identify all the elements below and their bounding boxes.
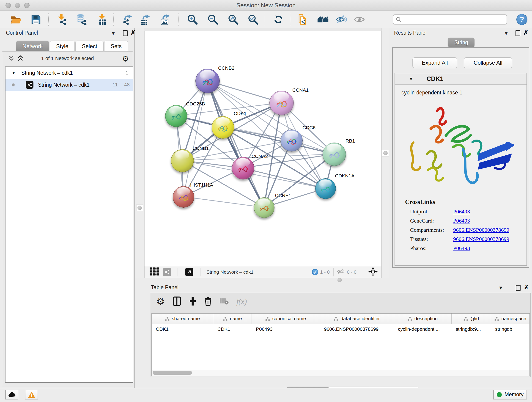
crosslink-link-tissues[interactable]: 9606.ENSP00000378699 xyxy=(453,236,509,242)
table-panel-splitter[interactable] xyxy=(135,278,532,283)
import-network-icon[interactable] xyxy=(56,13,67,26)
crosslink-link-uniprot[interactable]: P06493 xyxy=(453,209,470,215)
section-expander-icon[interactable]: ▼ xyxy=(409,76,413,82)
left-panel-splitter[interactable] xyxy=(135,28,145,278)
column-header-database-identifier[interactable]: database identifier xyxy=(320,313,394,324)
zoom-in-icon[interactable] xyxy=(187,13,198,26)
expand-all-button[interactable]: Expand All xyxy=(412,57,457,68)
network-badge-icon[interactable] xyxy=(163,268,171,276)
export-network-icon[interactable] xyxy=(122,13,133,26)
network-node-rb1[interactable] xyxy=(323,143,346,166)
refresh-icon[interactable] xyxy=(273,13,284,26)
export-image-icon[interactable] xyxy=(160,13,171,26)
save-session-icon[interactable] xyxy=(30,13,42,26)
column-header-id[interactable]: @id xyxy=(452,313,491,324)
home-networks-icon[interactable] xyxy=(317,13,329,26)
network-tab-body: 1 of 1 Network selected ⚙ ▼ String Netwo… xyxy=(2,51,133,386)
selected-counts: 1 - 0 xyxy=(320,269,330,275)
network-options-gear-icon[interactable]: ⚙ xyxy=(122,54,129,63)
collection-expander-icon[interactable]: ▼ xyxy=(12,70,16,75)
right-panel-splitter[interactable] xyxy=(381,28,389,278)
panel-float-icon[interactable] xyxy=(123,30,128,36)
gene-section-header[interactable]: ▼ CDK1 xyxy=(395,73,526,85)
column-header-namespace[interactable]: namespace xyxy=(491,313,530,324)
import-table-icon[interactable] xyxy=(96,13,108,26)
table-row[interactable]: CDK1CDK1P064939606.ENSP00000378699cyclin… xyxy=(152,324,530,334)
zoom-selected-icon[interactable] xyxy=(247,13,259,26)
hide-selected-icon[interactable] xyxy=(336,13,347,26)
network-node-ccne1[interactable] xyxy=(254,197,274,218)
network-collection-row[interactable]: ▼ String Network – cdk1 1 xyxy=(6,67,133,79)
cloud-status-button[interactable] xyxy=(5,390,18,400)
memory-button[interactable]: Memory xyxy=(493,390,527,400)
panel-close-icon[interactable]: ✗ xyxy=(523,30,528,35)
birds-eye-view-icon[interactable] xyxy=(368,267,378,277)
search-box[interactable] xyxy=(393,14,507,25)
column-header-canonical-name[interactable]: canonical name xyxy=(252,313,320,324)
table-cell-shared-name[interactable]: CDK1 xyxy=(152,324,213,334)
table-options-gear-icon[interactable]: ⚙ xyxy=(156,297,165,307)
crosslink-link-compartments[interactable]: 9606.ENSP00000378699 xyxy=(453,227,509,233)
network-node-cdkn1a[interactable] xyxy=(315,178,336,199)
search-input[interactable] xyxy=(404,16,504,23)
splitter-grip[interactable] xyxy=(336,277,343,283)
column-header-name[interactable]: name xyxy=(213,313,252,324)
main-toolbar: ? xyxy=(0,11,532,28)
open-session-icon[interactable] xyxy=(10,13,22,26)
network-tree: ▼ String Network – cdk1 1 String Network… xyxy=(5,66,133,383)
control-panel-tabs: NetworkStyleSelectSets xyxy=(16,41,129,51)
network-canvas[interactable]: CCNB2CCNA1CDC25BCDK1CDC6RB1CCNB1CCNA2CDK… xyxy=(144,31,381,266)
panel-close-icon[interactable]: ✗ xyxy=(524,284,529,290)
control-tab-style[interactable]: Style xyxy=(50,41,75,51)
export-table-icon[interactable] xyxy=(140,13,151,26)
panel-float-icon[interactable] xyxy=(515,30,520,36)
selected-nodes-checkbox[interactable] xyxy=(312,269,318,275)
table-cell-description[interactable]: cyclin-dependent ... xyxy=(394,324,452,334)
protein-thumbnail xyxy=(235,162,251,176)
network-node-cdc6[interactable] xyxy=(281,129,303,152)
zoom-out-icon[interactable] xyxy=(207,13,219,26)
table-cell-name[interactable]: CDK1 xyxy=(213,324,252,334)
panel-float-icon[interactable] xyxy=(516,285,520,291)
splitter-grip[interactable] xyxy=(382,150,389,157)
show-columns-icon[interactable] xyxy=(173,296,181,307)
network-node-hist1h1a[interactable] xyxy=(173,186,194,208)
add-column-icon[interactable] xyxy=(189,296,196,307)
table-cell-namespace[interactable]: stringdb xyxy=(491,324,530,334)
network-row-selected[interactable]: String Network – cdk1 11 48 xyxy=(6,79,133,91)
collapse-all-button[interactable]: Collapse All xyxy=(464,57,512,68)
zoom-fit-icon[interactable] xyxy=(228,13,239,26)
network-node-ccnb2[interactable] xyxy=(196,69,220,93)
control-tab-select[interactable]: Select xyxy=(75,41,104,51)
network-node-cdk1[interactable] xyxy=(212,116,234,139)
grid-view-icon[interactable] xyxy=(149,267,160,277)
control-tab-network[interactable]: Network xyxy=(16,41,49,51)
network-node-ccnb1[interactable] xyxy=(171,149,194,172)
panel-collapse-icon[interactable]: ▾ xyxy=(112,31,115,35)
splitter-grip[interactable] xyxy=(136,204,143,211)
delete-column-icon[interactable] xyxy=(204,296,212,307)
column-header-shared-name[interactable]: shared name xyxy=(152,313,213,324)
panel-collapse-icon[interactable]: ▾ xyxy=(505,31,508,35)
title-bar: Session: New Session xyxy=(0,0,532,11)
crosslink-link-genecard[interactable]: P06493 xyxy=(453,218,470,224)
column-header-description[interactable]: description xyxy=(394,313,452,324)
string-document-icon[interactable] xyxy=(297,13,309,26)
tab-string[interactable]: String xyxy=(448,38,475,47)
table-cell-id[interactable]: stringdb:9... xyxy=(452,324,491,334)
help-button[interactable]: ? xyxy=(516,14,527,25)
network-node-cdc25b[interactable] xyxy=(165,105,187,127)
panel-collapse-icon[interactable]: ▾ xyxy=(499,285,502,290)
table-horizontal-scrollbar[interactable] xyxy=(152,370,529,376)
table-cell-database-identifier[interactable]: 9606.ENSP00000378699 xyxy=(320,324,394,334)
scrollbar-thumb[interactable] xyxy=(152,371,192,375)
crosslink-link-pharos[interactable]: P06493 xyxy=(453,245,470,251)
network-node-ccna2[interactable] xyxy=(232,157,254,179)
table-cell-canonical-name[interactable]: P06493 xyxy=(252,324,320,334)
open-external-icon[interactable] xyxy=(185,268,193,276)
network-node-label-cdc25b: CDC25B xyxy=(186,101,205,107)
warning-status-button[interactable] xyxy=(25,390,38,400)
control-tab-sets[interactable]: Sets xyxy=(104,41,128,51)
network-node-ccna1[interactable] xyxy=(269,91,294,115)
import-network-from-database-icon[interactable] xyxy=(76,13,88,26)
